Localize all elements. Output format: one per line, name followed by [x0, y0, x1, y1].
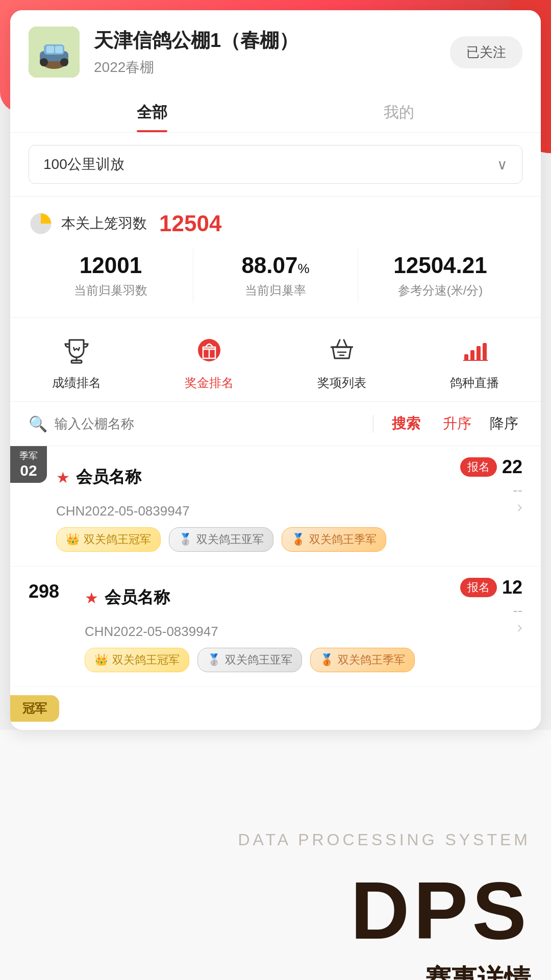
nav-prize-list[interactable]: 奖项列表: [276, 332, 408, 391]
bottom-rank-row: 冠军: [10, 687, 541, 726]
tags-row-1: 👑 双关鸽王冠军 🥈 双关鸽王亚军 🥉 双关鸽王季军: [56, 527, 522, 552]
tag-gold-2: 👑 双关鸽王冠军: [85, 648, 189, 672]
rank-label-1: 季军: [19, 450, 38, 462]
crown-gold-icon-2: 👑: [94, 653, 108, 667]
stat-value-1: 88.07%: [193, 253, 358, 278]
search-button[interactable]: 搜索: [384, 414, 429, 433]
stats-label: 本关上笼羽数: [61, 214, 147, 233]
tags-row-2: 👑 双关鸽王冠军 🥈 双关鸽王亚军 🥉 双关鸽王季军: [85, 648, 522, 672]
nav-label-1: 奖金排名: [185, 375, 234, 391]
crown-gold-icon: 👑: [66, 533, 80, 546]
stat-desc-1: 当前归巢率: [193, 282, 358, 299]
bottom-rank-badge: 冠军: [10, 695, 59, 722]
stat-value-2: 12504.21: [358, 253, 522, 278]
item-right-2: 报名 12 --: [460, 577, 522, 619]
dropdown-select[interactable]: 100公里训放 ∨: [29, 145, 522, 184]
sort-asc-button[interactable]: 升序: [439, 414, 475, 433]
star-icon-2: ★: [85, 589, 98, 607]
chart-icon: [456, 332, 493, 369]
item-id-2: CHN2022-05-0839947: [85, 624, 522, 640]
svg-rect-14: [470, 350, 474, 360]
tag-bronze-1: 🥉 双关鸽王季军: [282, 527, 386, 552]
stats-total: 12504: [159, 211, 221, 236]
svg-rect-13: [464, 354, 468, 360]
crown-silver-icon: 🥈: [179, 533, 192, 546]
search-row: 🔍 搜索 升序 降序: [10, 402, 541, 446]
header-section: 天津信鸽公棚1（春棚） 2022春棚 已关注: [10, 10, 541, 90]
item-title-row-2: ★ 会员名称 报名 12 --: [85, 577, 522, 619]
item-name-2: 会员名称: [105, 586, 170, 609]
arrow-right-2[interactable]: ›: [517, 617, 522, 636]
tab-all[interactable]: 全部: [29, 90, 276, 132]
tag-text-bronze-1: 双关鸽王季军: [309, 532, 377, 547]
rank-badge-1: 季军 02: [10, 446, 47, 483]
tag-text-gold-2: 双关鸽王冠军: [112, 652, 180, 668]
count-num-2: 12: [502, 577, 522, 598]
header-info: 天津信鸽公棚1（春棚） 2022春棚: [94, 28, 436, 77]
header-title: 天津信鸽公棚1（春棚）: [94, 28, 436, 54]
crown-bronze-icon-2: 🥉: [320, 653, 334, 667]
star-icon-1: ★: [56, 469, 70, 486]
item-name-section-2: ★ 会员名称: [85, 586, 170, 609]
main-card: 天津信鸽公棚1（春棚） 2022春棚 已关注 全部 我的 100公里训放 ∨ 本…: [10, 10, 541, 730]
svg-rect-15: [477, 346, 481, 360]
stats-section: 本关上笼羽数 12504 12001 当前归巢羽数 88.07% 当前归巢率 1…: [10, 197, 541, 317]
item-right-1: 报名 22 --: [460, 456, 522, 498]
svg-point-3: [40, 58, 48, 66]
stat-desc-0: 当前归巢羽数: [29, 282, 193, 299]
follow-button[interactable]: 已关注: [450, 36, 522, 68]
crown-silver-icon-2: 🥈: [207, 653, 221, 667]
pie-chart-icon: [29, 211, 53, 236]
stat-speed: 12504.21 参考分速(米/分): [358, 249, 522, 303]
rank-num-1: 02: [20, 462, 37, 479]
chevron-down-icon: ∨: [497, 156, 508, 173]
item-id-1: CHN2022-05-0839947: [56, 503, 522, 519]
tag-text-silver-1: 双关鸽王亚军: [196, 532, 264, 547]
nav-pigeon-live[interactable]: 鸽种直播: [408, 332, 541, 391]
header-subtitle: 2022春棚: [94, 58, 436, 77]
gift-icon: [191, 332, 228, 369]
stats-header: 本关上笼羽数 12504: [29, 211, 522, 236]
arrow-right-1[interactable]: ›: [517, 497, 522, 516]
tag-gold-1: 👑 双关鸽王冠军: [56, 527, 161, 552]
dps-subtitle: DATA PROCESSING SYSTEM: [238, 830, 531, 849]
nav-achievement-ranking[interactable]: 成绩排名: [10, 332, 143, 391]
dropdown-text: 100公里训放: [43, 155, 124, 174]
badge-count-1: 报名 22: [460, 456, 522, 478]
tabs-bar: 全部 我的: [10, 90, 541, 133]
tag-bronze-2: 🥉 双关鸽王季军: [310, 648, 415, 672]
svg-point-4: [60, 58, 68, 66]
count-num-1: 22: [502, 456, 522, 478]
list-section: 季军 02 ★ 会员名称 报名 22 --: [10, 446, 541, 730]
tab-mine[interactable]: 我的: [276, 90, 522, 132]
search-icon: 🔍: [29, 415, 47, 433]
stat-unit-1: %: [297, 261, 309, 276]
badge-count-2: 报名 12: [460, 577, 522, 598]
tag-text-silver-2: 双关鸽王亚军: [225, 652, 292, 668]
crown-bronze-icon: 🥉: [291, 533, 305, 546]
search-input[interactable]: [55, 416, 363, 432]
stat-desc-2: 参考分速(米/分): [358, 282, 522, 299]
stat-current-return: 12001 当前归巢羽数: [29, 249, 193, 303]
nav-label-3: 鸽种直播: [450, 375, 499, 391]
svg-rect-6: [46, 46, 54, 53]
item-content-1: ★ 会员名称 报名 22 -- CHN2022-05-0839947 👑: [56, 456, 522, 552]
rank-simple-2: 298: [29, 581, 59, 602]
tag-text-gold-1: 双关鸽王冠军: [84, 532, 151, 547]
svg-rect-10: [71, 360, 82, 363]
nav-label-0: 成绩排名: [52, 375, 101, 391]
tag-silver-2: 🥈 双关鸽王亚军: [197, 648, 302, 672]
nav-label-2: 奖项列表: [317, 375, 366, 391]
dps-title: DPS: [350, 870, 531, 951]
badge-label-2: 报名: [460, 578, 497, 597]
avatar: [29, 27, 80, 78]
dash-2: --: [513, 602, 522, 619]
nav-prize-ranking[interactable]: 奖金排名: [143, 332, 276, 391]
item-name-1: 会员名称: [76, 466, 141, 488]
badge-label-1: 报名: [460, 457, 497, 477]
item-title-row-1: ★ 会员名称 报名 22 --: [56, 456, 522, 498]
bottom-section: DATA PROCESSING SYSTEM DPS 赛事详情: [0, 730, 551, 980]
sort-desc-button[interactable]: 降序: [486, 414, 522, 433]
item-name-section-1: ★ 会员名称: [56, 466, 141, 488]
dash-1: --: [513, 482, 522, 498]
